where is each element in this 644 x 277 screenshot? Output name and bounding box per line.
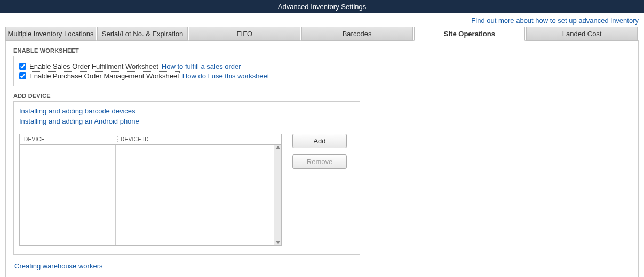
device-col-body xyxy=(20,145,116,245)
device-area: DEVICE ⋮ DEVICE ID Add Remo xyxy=(19,134,354,246)
tab-content: ENABLE WORKSHEET Enable Sales Order Fulf… xyxy=(5,40,639,277)
column-resize-handle-icon[interactable]: ⋮ xyxy=(114,135,121,143)
enable-sales-order-checkbox[interactable] xyxy=(19,63,26,70)
device-table-header: DEVICE ⋮ DEVICE ID xyxy=(20,134,281,144)
window-title: Advanced Inventory Settings xyxy=(278,3,367,11)
device-table: DEVICE ⋮ DEVICE ID xyxy=(19,134,282,246)
tab-site-operations[interactable]: Site Operations xyxy=(414,27,526,41)
enable-sales-order-label[interactable]: Enable Sales Order Fulfillment Worksheet xyxy=(29,62,158,70)
link-creating-warehouse-workers[interactable]: Creating warehouse workers xyxy=(14,262,102,270)
scroll-up-icon[interactable] xyxy=(275,146,281,149)
tab-serial-lot-expiration[interactable]: Serial/Lot No. & Expiration xyxy=(97,27,188,41)
link-install-android-phone[interactable]: Installing and adding an Android phone xyxy=(19,117,139,125)
deviceid-col-body xyxy=(116,145,274,245)
tab-landed-cost[interactable]: Landed Cost xyxy=(526,27,638,41)
enable-worksheet-label: ENABLE WORKSHEET xyxy=(13,47,631,54)
add-device-panel: Installing and adding barcode devices In… xyxy=(13,101,360,255)
remove-button[interactable]: Remove xyxy=(292,154,347,169)
footer-link-row: Creating warehouse workers xyxy=(14,262,630,270)
device-buttons: Add Remove xyxy=(292,134,347,169)
device-table-scrollbar[interactable] xyxy=(274,145,281,245)
tab-barcodes[interactable]: Barcodes xyxy=(301,27,413,41)
device-table-body[interactable] xyxy=(20,144,281,245)
tab-fifo[interactable]: FIFO xyxy=(189,27,300,41)
add-device-label: ADD DEVICE xyxy=(13,93,631,99)
col-header-device-id[interactable]: ⋮ DEVICE ID xyxy=(116,134,281,144)
device-help-links: Installing and adding barcode devices In… xyxy=(19,107,354,127)
enable-worksheet-panel: Enable Sales Order Fulfillment Worksheet… xyxy=(13,56,360,86)
add-button[interactable]: Add xyxy=(292,134,347,148)
tab-multiple-inventory-locations[interactable]: Multiple Inventory Locations xyxy=(5,27,96,41)
enable-sales-order-row: Enable Sales Order Fulfillment Worksheet… xyxy=(19,62,354,70)
help-link-use-worksheet[interactable]: How do I use this worksheet xyxy=(182,72,269,80)
top-link-row: Find out more about how to set up advanc… xyxy=(0,13,644,27)
enable-purchase-order-checkbox[interactable] xyxy=(19,72,26,79)
window-title-bar: Advanced Inventory Settings xyxy=(0,0,644,13)
enable-purchase-order-row: Enable Purchase Order Management Workshe… xyxy=(19,72,354,80)
help-link-fulfill-sales-order[interactable]: How to fulfill a sales order xyxy=(162,62,241,70)
help-link-advanced-inventory[interactable]: Find out more about how to set up advanc… xyxy=(471,17,639,25)
scroll-down-icon[interactable] xyxy=(275,241,281,244)
col-header-device[interactable]: DEVICE xyxy=(20,134,116,144)
enable-purchase-order-label[interactable]: Enable Purchase Order Management Workshe… xyxy=(29,72,179,80)
link-install-barcode-devices[interactable]: Installing and adding barcode devices xyxy=(19,107,136,115)
col-header-device-id-text: DEVICE ID xyxy=(121,136,149,142)
tabs-bar: Multiple Inventory Locations Serial/Lot … xyxy=(5,27,639,41)
